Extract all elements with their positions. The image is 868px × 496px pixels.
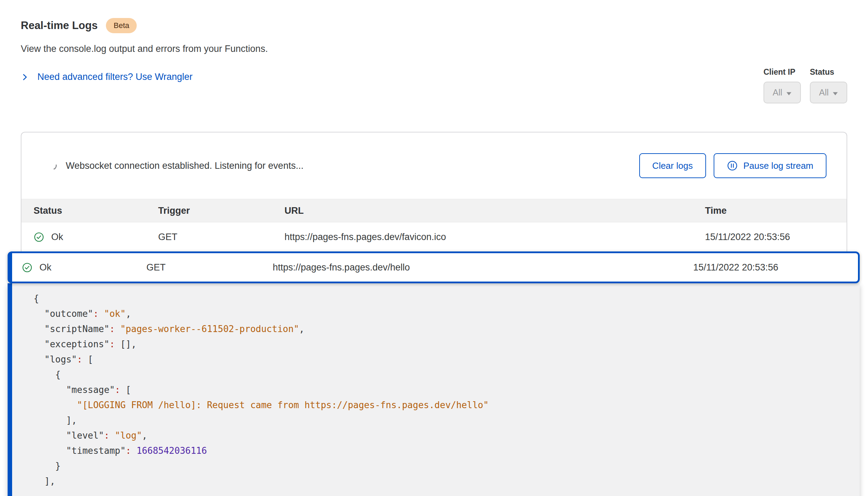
header-bottom: Need advanced filters? Use Wrangler Clie…	[21, 67, 847, 103]
table-row-expanded[interactable]: Ok GET https://pages-fns.pages.dev/hello…	[8, 251, 860, 283]
realtime-logs-page: Real-time Logs Beta View the console.log…	[0, 0, 868, 496]
toolbar-buttons: Clear logs Pause log stream	[639, 153, 826, 178]
column-header-trigger: Trigger	[158, 205, 284, 216]
url-value: https://pages-fns.pages.dev/favicon.ico	[284, 232, 705, 242]
page-header: Real-time Logs Beta	[21, 18, 847, 33]
chevron-down-icon	[833, 88, 838, 98]
ok-status-icon	[34, 232, 44, 242]
client-ip-filter-value: All	[773, 88, 783, 98]
status-filter: Status All	[810, 67, 847, 103]
beta-badge: Beta	[106, 18, 137, 33]
page-subtitle: View the console.log output and errors f…	[21, 44, 847, 54]
status-filter-dropdown[interactable]: All	[810, 82, 847, 103]
column-header-time: Time	[705, 205, 847, 216]
page-title: Real-time Logs	[21, 19, 98, 32]
advanced-filters-link-label: Need advanced filters? Use Wrangler	[37, 72, 192, 82]
clear-logs-button-label: Clear logs	[652, 160, 693, 171]
filters-group: Client IP All Status All	[763, 67, 847, 103]
client-ip-filter-label: Client IP	[763, 67, 801, 77]
advanced-filters-link[interactable]: Need advanced filters? Use Wrangler	[21, 72, 192, 82]
time-value: 15/11/2022 20:53:56	[693, 262, 858, 273]
pause-icon	[727, 160, 738, 171]
status-cell: Ok	[22, 262, 146, 273]
websocket-status-text: Websocket connection established. Listen…	[66, 160, 304, 171]
chevron-down-icon	[786, 88, 792, 98]
pause-log-stream-button[interactable]: Pause log stream	[714, 153, 826, 178]
time-value: 15/11/2022 20:53:56	[705, 232, 847, 242]
status-filter-label: Status	[810, 67, 847, 77]
pause-log-stream-button-label: Pause log stream	[743, 160, 813, 171]
status-filter-value: All	[819, 88, 829, 98]
trigger-value: GET	[158, 232, 284, 242]
chevron-right-icon	[21, 73, 29, 81]
logs-toolbar: Websocket connection established. Listen…	[21, 132, 847, 199]
websocket-status: Websocket connection established. Listen…	[48, 160, 304, 171]
status-cell: Ok	[34, 232, 158, 242]
url-value: https://pages-fns.pages.dev/hello	[273, 262, 693, 273]
status-value: Ok	[51, 232, 63, 242]
column-header-url: URL	[284, 205, 705, 216]
log-json-output: { "outcome": "ok", "scriptName": "pages-…	[8, 283, 860, 496]
status-value: Ok	[39, 262, 52, 273]
clear-logs-button[interactable]: Clear logs	[639, 153, 706, 178]
client-ip-filter: Client IP All	[763, 67, 801, 103]
logs-panel: Websocket connection established. Listen…	[21, 132, 847, 251]
log-table-header: Status Trigger URL Time	[21, 199, 847, 222]
loading-spinner-icon	[47, 160, 58, 171]
table-row[interactable]: Ok GET https://pages-fns.pages.dev/favic…	[21, 222, 847, 251]
column-header-status: Status	[34, 205, 158, 216]
ok-status-icon	[22, 262, 33, 273]
trigger-value: GET	[146, 262, 273, 273]
expanded-log-entry: Ok GET https://pages-fns.pages.dev/hello…	[8, 251, 860, 496]
client-ip-filter-dropdown[interactable]: All	[763, 82, 801, 103]
